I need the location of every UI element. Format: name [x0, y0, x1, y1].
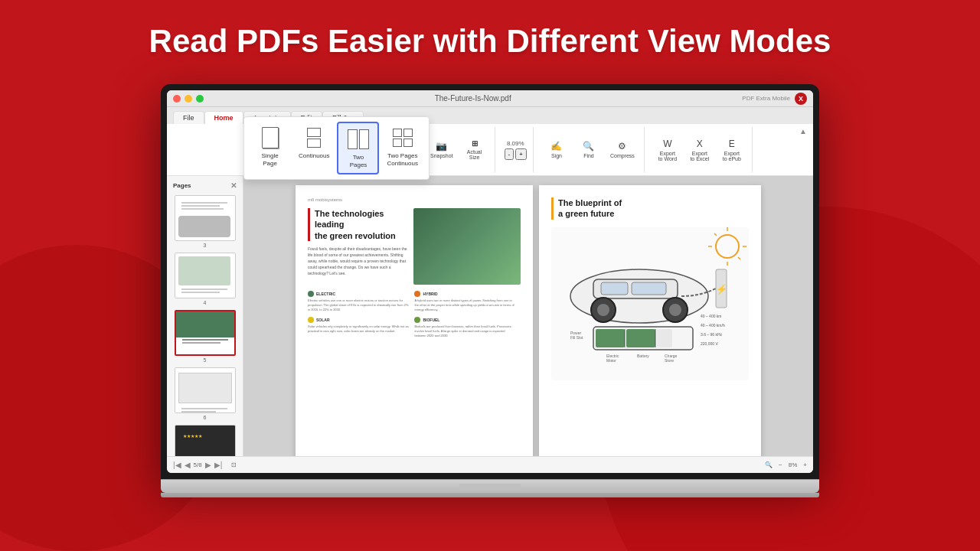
view-continuous[interactable]: Continuous	[292, 122, 335, 174]
thumbnail-num-3: 3	[170, 243, 240, 248]
export-word-icon: W	[663, 139, 671, 149]
nav-last-btn[interactable]: ▶|	[214, 461, 223, 469]
export-word-label2: to Word	[658, 156, 677, 161]
mini-line-4a	[181, 289, 227, 290]
export-excel-label: Export	[692, 151, 707, 156]
pdf-page-left: m6 mobisystems The technologies leadingt…	[296, 185, 533, 456]
find-icon: 🔍	[583, 141, 594, 152]
tc-rect-3	[393, 139, 402, 147]
find-label: Find	[583, 153, 594, 158]
export-epub-label2: to ePub	[723, 156, 741, 161]
export-excel-tool[interactable]: X Export to Excel	[686, 135, 714, 165]
thumbnail-img-7: ★★★★★	[175, 425, 236, 456]
zoom-icon: 🔍	[765, 461, 773, 468]
zoom-in-btn[interactable]: +	[515, 148, 527, 160]
mini-green-area	[176, 311, 234, 337]
svg-point-11	[597, 304, 609, 316]
laptop-notch	[459, 484, 521, 490]
sun-circle	[716, 235, 739, 258]
two-cont-rects	[393, 129, 413, 147]
pdf-brand: m6 mobisystems	[308, 197, 521, 202]
ribbon-expand-btn[interactable]: ▲	[799, 127, 807, 135]
actual-size-label: Actual	[467, 149, 482, 155]
mini-diagram	[178, 373, 232, 403]
hybrid-label: HYBRID	[414, 291, 516, 297]
mini-car-img-4	[178, 256, 230, 285]
actual-size-tool[interactable]: ⊞ Actual Size	[461, 136, 488, 163]
actual-size-icon: ⊞	[472, 139, 478, 148]
tab-file[interactable]: File	[173, 111, 204, 124]
sidebar-header: Pages ✕	[170, 179, 240, 192]
export-epub-tool[interactable]: E Export to ePub	[718, 135, 746, 165]
compress-icon: ⚙	[618, 141, 626, 152]
view-two-pages[interactable]: TwoPages	[337, 122, 379, 174]
two-page-rect-1	[348, 129, 358, 149]
svg-text:40 – 400 km/h: 40 – 400 km/h	[701, 323, 725, 328]
close-dot[interactable]	[173, 95, 181, 103]
zoom-out-btn[interactable]: -	[505, 148, 514, 160]
tc-rect-4	[403, 139, 413, 147]
zoom-minus-btn[interactable]: −	[779, 461, 782, 468]
biofuel-bullet	[414, 317, 420, 323]
svg-text:Motor: Motor	[606, 358, 616, 363]
tab-home[interactable]: Home	[204, 111, 243, 124]
svg-rect-9	[632, 282, 666, 295]
sign-tool[interactable]: ✍ Sign	[543, 138, 570, 161]
view-single-page[interactable]: SinglePage	[249, 122, 291, 174]
single-page-rect	[262, 127, 279, 148]
thumbnail-item-3[interactable]: 3	[170, 195, 240, 248]
thumbnail-item-5[interactable]: 5	[170, 310, 240, 363]
sign-label: Sign	[551, 153, 562, 158]
thumbnail-img-3	[175, 195, 236, 241]
two-page-rect-2	[359, 129, 369, 149]
window-controls	[173, 95, 204, 103]
tool-group-sign: ✍ Sign 🔍 Find ⚙ Compress	[537, 127, 645, 172]
find-tool[interactable]: 🔍 Find	[575, 138, 603, 161]
mini-car-img	[178, 216, 230, 237]
nav-next-btn[interactable]: ▶	[205, 461, 211, 469]
tool-group-export: W Export to Word X Export to Excel E Exp…	[648, 127, 753, 172]
tc-rect-1	[393, 129, 402, 137]
thumbnail-item-4[interactable]: 4	[170, 253, 240, 305]
biofuel-text: Biofuels are produced from biomass, rath…	[414, 324, 516, 338]
fit-btn[interactable]: ⊡	[231, 461, 237, 468]
zoom-plus-btn[interactable]: +	[803, 461, 807, 468]
ribbon-toolbar: SinglePage Continuous	[167, 124, 813, 176]
page-title: Read PDFs Easier with Different View Mod…	[0, 23, 980, 60]
svg-text:3.6 – 96 kHz: 3.6 – 96 kHz	[701, 332, 723, 337]
app-icon-text: X	[799, 95, 803, 103]
compress-tool[interactable]: ⚙ Compress	[607, 138, 638, 161]
thumbnail-item-7[interactable]: ★★★★★ 7	[170, 425, 240, 456]
status-bar: |◀ ◀ 5/8 ▶ ▶| ⊡ 🔍 − 8% +	[167, 456, 813, 473]
continuous-label: Continuous	[299, 152, 329, 160]
thumbnail-img-4	[175, 253, 236, 298]
export-excel-label2: to Excel	[690, 156, 709, 161]
minimize-dot[interactable]	[185, 95, 192, 103]
view-two-pages-continuous[interactable]: Two PagesContinuous	[381, 122, 423, 174]
actual-size-label2: Size	[469, 155, 480, 160]
screen-content: The-Future-Is-Now.pdf PDF Extra Mobile X…	[167, 90, 813, 473]
export-word-tool[interactable]: W Export to Word	[654, 135, 681, 165]
tool-group-zoom: 8.09% - +	[498, 127, 534, 172]
cont-rect-1	[307, 128, 321, 137]
energy-solar: SOLAR Solar vehicles rely completely or …	[308, 317, 410, 338]
title-bar: The-Future-Is-Now.pdf PDF Extra Mobile X	[167, 90, 813, 107]
mini-text-4	[181, 289, 227, 295]
svg-line-4	[714, 233, 717, 236]
maximize-dot[interactable]	[196, 95, 204, 103]
laptop-container: The-Future-Is-Now.pdf PDF Extra Mobile X…	[161, 84, 819, 497]
page-info: 5/8	[194, 461, 202, 468]
thumbnail-img-6	[175, 367, 236, 413]
thumbnail-item-6[interactable]: 6	[170, 367, 240, 420]
pdf-right-heading: The blueprint ofa green future	[551, 197, 749, 220]
app-label: PDF Extra Mobile	[742, 95, 790, 102]
snapshot-tool[interactable]: 📷 Snapshot	[427, 138, 456, 161]
sidebar-close-btn[interactable]: ✕	[230, 181, 237, 190]
export-word-label: Export	[660, 151, 675, 156]
solar-bullet	[308, 317, 314, 323]
status-nav: |◀ ◀ 5/8 ▶ ▶| ⊡	[173, 461, 240, 469]
mini-line-1	[181, 202, 227, 204]
nav-first-btn[interactable]: |◀	[173, 461, 181, 469]
nav-prev-btn[interactable]: ◀	[185, 461, 191, 469]
snapshot-label: Snapshot	[430, 153, 453, 158]
